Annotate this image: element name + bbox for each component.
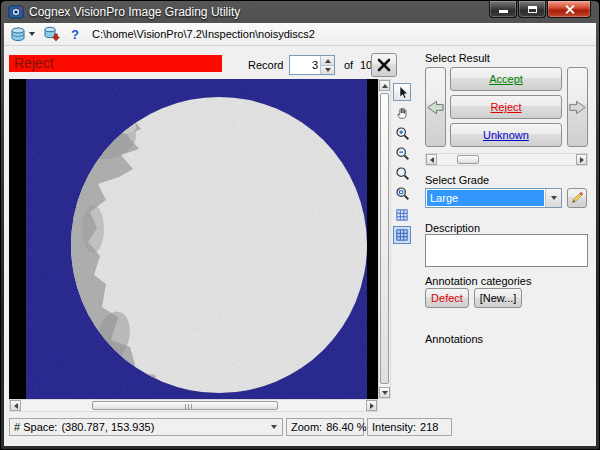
down-arrow-icon	[325, 68, 331, 72]
space-value: (380.787, 153.935)	[61, 421, 154, 433]
record-label: Record	[248, 59, 283, 71]
pixel-grid-tool-button[interactable]	[393, 226, 411, 244]
description-label: Description	[425, 222, 480, 234]
pointer-icon	[395, 85, 409, 99]
grade-combobox[interactable]: Large	[425, 188, 562, 208]
vertical-scrollbar[interactable]	[378, 79, 391, 399]
open-database-button[interactable]	[8, 24, 37, 44]
help-button[interactable]: ?	[66, 24, 84, 44]
scroll-down-button[interactable]	[379, 387, 390, 398]
edit-grade-button[interactable]	[567, 188, 587, 208]
x-icon	[377, 58, 391, 72]
window-title: Cognex VisionPro Image Grading Utility	[29, 5, 240, 19]
record-spin-buttons	[320, 56, 334, 74]
database-icon	[10, 27, 27, 42]
record-spinner	[289, 55, 335, 75]
zoom-fit-tool-button[interactable]	[393, 184, 411, 202]
disc-image	[9, 79, 378, 399]
up-arrow-icon	[325, 59, 331, 63]
intensity-label: Intensity:	[372, 421, 416, 433]
space-label: # Space:	[14, 421, 57, 433]
select-grade-label: Select Grade	[425, 174, 489, 186]
thumb-grip	[185, 404, 194, 410]
right-arrow-icon	[370, 403, 374, 409]
result-banner-text: Reject	[9, 55, 222, 72]
minimize-icon	[499, 10, 508, 13]
right-arrow-icon	[568, 98, 587, 117]
zoom-out-tool-button[interactable]	[393, 144, 411, 162]
client-area: ? C:\home\VisionPro\7.2\Inspection\noisy…	[4, 23, 596, 446]
grade-value: Large	[427, 190, 544, 206]
maximize-button[interactable]	[518, 1, 546, 18]
description-input[interactable]	[425, 234, 588, 267]
dropdown-caret-icon	[29, 32, 35, 36]
grid-icon	[395, 208, 409, 222]
pan-tool-button[interactable]	[393, 104, 411, 122]
spin-down-button[interactable]	[320, 65, 334, 74]
zoom-out-icon	[395, 146, 410, 161]
scroll-left-button[interactable]	[10, 400, 21, 411]
horizontal-scrollbar[interactable]	[9, 399, 378, 412]
status-intensity-panel: Intensity: 218	[367, 418, 452, 436]
pencil-icon	[570, 191, 584, 205]
grid-tool-button[interactable]	[393, 206, 411, 224]
of-label: of	[344, 59, 353, 71]
zoom-actual-icon	[395, 166, 410, 181]
zoom-fit-icon	[395, 186, 410, 201]
app-window: Cognex VisionPro Image Grading Utility	[0, 0, 600, 450]
minimize-button[interactable]	[489, 1, 517, 18]
result-banner: Reject	[9, 55, 222, 72]
zoom-in-tool-button[interactable]	[393, 124, 411, 142]
zoom-label: Zoom:	[291, 421, 322, 433]
spin-up-button[interactable]	[320, 56, 334, 65]
window-controls	[488, 1, 591, 18]
help-icon: ?	[68, 27, 82, 42]
dropdown-arrow-icon	[551, 196, 557, 200]
zoom-value: 86.40 %	[326, 421, 366, 433]
slider-left-button[interactable]	[426, 154, 437, 165]
maximize-icon	[528, 6, 537, 13]
scroll-right-button[interactable]	[366, 400, 377, 411]
select-result-label: Select Result	[425, 52, 490, 64]
record-input[interactable]	[290, 56, 320, 74]
left-arrow-icon	[426, 98, 445, 117]
zoom-in-icon	[395, 126, 410, 141]
slider-right-button[interactable]	[576, 154, 587, 165]
next-record-button[interactable]	[567, 67, 588, 147]
save-database-button[interactable]	[41, 24, 62, 44]
combo-dropdown-button[interactable]	[545, 189, 561, 207]
annotation-categories-label: Annotation categories	[425, 275, 531, 287]
remove-image-button[interactable]	[371, 53, 397, 77]
accept-button[interactable]: Accept	[450, 67, 562, 91]
pointer-tool-button[interactable]	[393, 83, 411, 101]
app-icon	[8, 4, 24, 20]
vertical-scroll-thumb[interactable]	[380, 93, 389, 384]
slider-thumb[interactable]	[457, 155, 479, 164]
title-bar[interactable]: Cognex VisionPro Image Grading Utility	[1, 1, 599, 23]
pixel-grid-icon	[395, 228, 409, 242]
main-toolbar: ? C:\home\VisionPro\7.2\Inspection\noisy…	[4, 23, 596, 46]
close-icon	[565, 5, 574, 14]
left-arrow-icon	[430, 157, 434, 163]
record-slider[interactable]	[425, 153, 588, 166]
left-arrow-icon	[14, 403, 18, 409]
image-viewer[interactable]	[9, 79, 378, 399]
hand-icon	[395, 106, 409, 120]
zoom-actual-tool-button[interactable]	[393, 164, 411, 182]
down-arrow-icon	[382, 391, 388, 395]
defect-category-button[interactable]: Defect	[425, 288, 469, 308]
database-path: C:\home\VisionPro\7.2\Inspection\noisydi…	[92, 28, 315, 40]
space-dropdown-icon[interactable]	[271, 425, 277, 429]
annotations-label: Annotations	[425, 333, 483, 345]
up-arrow-icon	[382, 84, 388, 88]
scroll-up-button[interactable]	[379, 80, 390, 91]
database-save-icon	[43, 26, 60, 42]
reject-button[interactable]: Reject	[450, 95, 562, 119]
new-category-button[interactable]: [New...]	[474, 288, 522, 308]
horizontal-scroll-thumb[interactable]	[92, 401, 278, 410]
unknown-button[interactable]: Unknown	[450, 123, 562, 147]
close-button[interactable]	[547, 1, 591, 18]
status-zoom-panel: Zoom: 86.40 %	[286, 418, 364, 436]
previous-record-button[interactable]	[425, 67, 446, 147]
right-arrow-icon	[580, 157, 584, 163]
